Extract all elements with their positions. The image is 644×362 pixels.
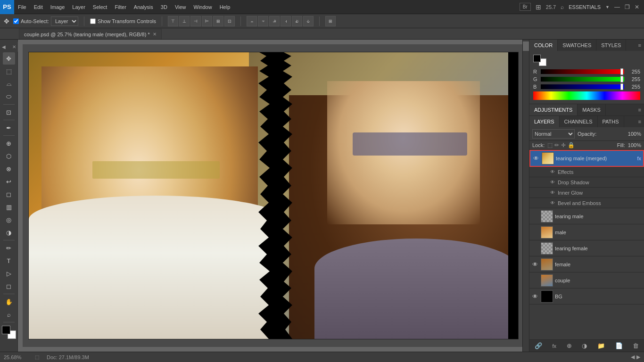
dodge-tool[interactable]: ◑: [3, 226, 15, 239]
distribute-left-btn[interactable]: ⫞: [281, 16, 291, 26]
document-tab[interactable]: couple.psd @ 25.7% (tearing male (merged…: [19, 29, 162, 39]
align-horizontal-center-btn[interactable]: ⊞: [213, 16, 223, 26]
eraser-tool[interactable]: ◻: [3, 188, 15, 200]
move-tool[interactable]: ✥: [3, 52, 15, 65]
blend-mode-select[interactable]: Normal: [532, 129, 575, 139]
channel-r-slider[interactable]: [541, 69, 624, 74]
tab-color[interactable]: COLOR: [529, 40, 558, 51]
align-bottom-edges-btn[interactable]: ⊣: [190, 16, 201, 26]
rectangular-marquee-tool[interactable]: ⬚: [3, 65, 15, 77]
tab-masks[interactable]: MASKS: [578, 104, 606, 115]
layer-eye-bg[interactable]: 👁: [531, 293, 539, 300]
shape-tool[interactable]: ◻: [3, 280, 15, 292]
layer-eye-male[interactable]: 👁: [531, 229, 539, 236]
opacity-value[interactable]: 100%: [628, 131, 641, 137]
layer-male[interactable]: 👁 male: [529, 224, 644, 240]
status-prev-btn[interactable]: ◀: [631, 354, 635, 360]
path-select-tool[interactable]: ▷: [3, 267, 15, 280]
minimize-button[interactable]: —: [614, 4, 620, 10]
distribute-vertical-btn[interactable]: ⫟: [258, 16, 268, 26]
tab-layers[interactable]: LAYERS: [529, 116, 560, 127]
align-top-edges-btn[interactable]: ⊤: [168, 16, 178, 26]
channel-g-slider[interactable]: [541, 77, 624, 82]
tab-paths[interactable]: PATHS: [598, 116, 624, 127]
status-navigator-btn[interactable]: ⬚: [35, 354, 39, 360]
layer-eye-tearing-male[interactable]: 👁: [531, 213, 539, 220]
link-layers-btn[interactable]: 🔗: [535, 342, 542, 349]
foreground-color-swatch[interactable]: [2, 326, 10, 334]
workspace-chevron[interactable]: ▼: [605, 5, 610, 9]
color-spectrum[interactable]: [533, 91, 640, 100]
close-button[interactable]: ✕: [635, 4, 639, 10]
effects-group-eye[interactable]: 👁: [550, 169, 555, 174]
gradient-tool[interactable]: ▥: [3, 201, 15, 213]
menu-analysis[interactable]: Analysis: [130, 0, 157, 14]
blur-tool[interactable]: ◎: [3, 214, 15, 226]
status-next-btn[interactable]: ▶: [636, 354, 640, 360]
pen-tool[interactable]: ✏: [3, 242, 15, 254]
layer-female[interactable]: 👁 female: [529, 256, 644, 272]
hand-tool[interactable]: ✋: [3, 296, 15, 308]
scroll-thumb[interactable]: [523, 41, 529, 51]
channel-b-slider[interactable]: [541, 84, 624, 89]
quick-select-tool[interactable]: ⬭: [3, 90, 15, 103]
maximize-button[interactable]: ❐: [625, 4, 630, 10]
tab-styles[interactable]: STYLES: [596, 40, 626, 51]
layer-tearing-male-merged[interactable]: 👁 tearing male (merged) fx: [529, 150, 644, 167]
distribute-right-btn[interactable]: ⫝: [303, 16, 314, 26]
clone-stamp-tool[interactable]: ⊗: [3, 163, 15, 175]
menu-view[interactable]: View: [171, 0, 190, 14]
lock-all-btn[interactable]: 🔒: [568, 142, 575, 148]
distribute-bottom-btn[interactable]: ⫡: [269, 16, 280, 26]
history-brush-tool[interactable]: ↩: [3, 175, 15, 188]
add-layer-style-btn[interactable]: fx: [552, 343, 556, 349]
menu-select[interactable]: Select: [89, 0, 111, 14]
tool-header-collapse[interactable]: ◀: [2, 44, 6, 49]
create-adjustment-btn[interactable]: ◑: [582, 342, 587, 349]
distribute-top-btn[interactable]: ⫠: [247, 16, 257, 26]
layer-tearing-male[interactable]: 👁 tearing male: [529, 208, 644, 224]
layer-eye-tearing-female[interactable]: 👁: [531, 245, 539, 252]
auto-select-checkbox[interactable]: [13, 18, 19, 24]
lasso-tool[interactable]: ⌓: [3, 78, 15, 90]
menu-edit[interactable]: Edit: [30, 0, 47, 14]
inner-glow-eye[interactable]: 👁: [550, 190, 555, 195]
eyedropper-tool[interactable]: ✒: [3, 122, 15, 134]
canvas-image[interactable]: [29, 52, 518, 339]
lock-transparent-btn[interactable]: ⬚: [547, 142, 553, 148]
screen-mode-icon[interactable]: ⊞: [536, 3, 541, 11]
align-left-edges-btn[interactable]: ⊢: [202, 16, 212, 26]
layers-panel-options[interactable]: ≡: [636, 119, 644, 124]
bevel-emboss-eye[interactable]: 👁: [550, 200, 555, 206]
layer-eye-couple[interactable]: 👁: [531, 277, 539, 284]
tab-channels[interactable]: CHANNELS: [560, 116, 598, 127]
menu-3d[interactable]: 3D: [157, 0, 171, 14]
fill-value[interactable]: 100%: [628, 142, 641, 148]
tab-adjustments[interactable]: ADJUSTMENTS: [529, 104, 578, 115]
zoom-icon[interactable]: ⌕: [561, 4, 564, 10]
show-transform-checkbox[interactable]: [90, 18, 96, 24]
auto-align-btn[interactable]: ⊞: [325, 16, 336, 26]
delete-layer-btn[interactable]: 🗑: [633, 342, 639, 349]
menu-file[interactable]: File: [14, 0, 30, 14]
create-layer-btn[interactable]: 📄: [615, 342, 623, 349]
tab-close-button[interactable]: ✕: [153, 32, 157, 37]
layer-fx-icon[interactable]: fx: [637, 156, 641, 161]
menu-image[interactable]: Image: [47, 0, 69, 14]
zoom-tool[interactable]: ⌕: [3, 308, 15, 321]
layer-eye-female[interactable]: 👁: [531, 261, 539, 268]
layer-bg[interactable]: 👁 BG: [529, 288, 644, 304]
adjustments-panel-options[interactable]: ≡: [636, 107, 644, 113]
layer-tearing-female[interactable]: 👁 tearing female: [529, 240, 644, 256]
lock-image-btn[interactable]: ✏: [554, 142, 559, 148]
menu-help[interactable]: Help: [216, 0, 234, 14]
brush-tool[interactable]: ⬡: [3, 150, 15, 162]
effect-inner-glow[interactable]: 👁 Inner Glow: [529, 188, 644, 198]
create-group-btn[interactable]: 📁: [597, 342, 605, 349]
text-tool[interactable]: T: [3, 255, 15, 267]
layer-eye-tearing-male-merged[interactable]: 👁: [532, 155, 540, 162]
layer-type-select[interactable]: Layer: [51, 16, 78, 26]
bridge-icon[interactable]: Br: [520, 3, 531, 11]
align-right-edges-btn[interactable]: ⊡: [224, 16, 235, 26]
tool-header-close[interactable]: ✕: [12, 44, 16, 49]
